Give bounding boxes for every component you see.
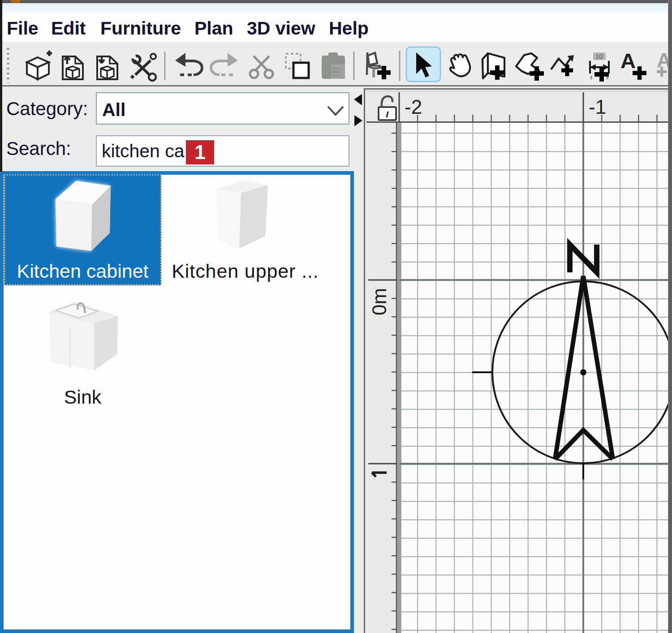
svg-text:-1: -1 — [589, 96, 606, 118]
svg-text:A: A — [620, 49, 636, 73]
svg-text:-2: -2 — [405, 96, 422, 118]
svg-text:0m: 0m — [368, 288, 390, 315]
svg-text:10: 10 — [595, 52, 603, 60]
